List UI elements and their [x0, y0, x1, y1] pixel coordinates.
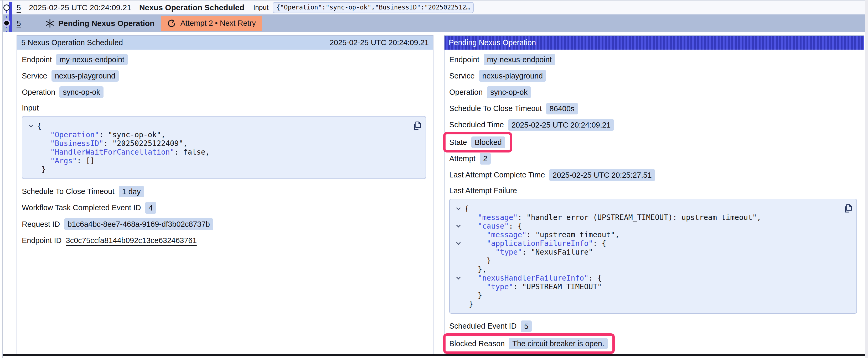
field-last-attempt-complete-time: Last Attempt Complete Time2025-02-25 UTC…: [449, 169, 655, 181]
copy-button[interactable]: [842, 203, 853, 214]
copy-icon: [411, 120, 422, 131]
chevron-down-icon: [456, 275, 461, 280]
pending-id-link[interactable]: 5: [17, 19, 21, 28]
code-text: {: [37, 122, 41, 130]
code-text: }: [464, 300, 473, 308]
code-text: "applicationFailureInfo": {: [464, 239, 606, 248]
pending-asterisk-icon: [45, 19, 55, 28]
field-attempt: Attempt2: [449, 153, 491, 164]
chevron-down-icon: [29, 123, 33, 128]
field-label: Operation: [449, 88, 483, 97]
code-gutter: [453, 248, 464, 256]
field-label: Request ID: [22, 220, 60, 229]
field-value-chip: 86400s: [546, 103, 578, 115]
code-text: "cause": {: [464, 222, 522, 230]
event-input-preview-chip: {"Operation":"sync-op-ok","BusinessID":"…: [273, 2, 474, 13]
field-request-id: Request IDb1c6a4bc-8ee7-468a-9169-df3b02…: [22, 218, 213, 230]
endpoint-id-link[interactable]: 3c0c75ccfa8144b092c13ce632463761: [66, 236, 197, 245]
chevron-down-icon: [456, 240, 461, 245]
code-text: "type": "UPSTREAM_TIMEOUT": [464, 283, 602, 291]
field-endpoint: Endpointmy-nexus-endpoint: [22, 54, 128, 65]
field-input: Input: [22, 103, 39, 113]
code-line: }: [25, 165, 420, 174]
last-attempt-failure-code-block: { "message": "handler error (UPSTREAM_TI…: [449, 199, 857, 314]
event-row-nexus-operation-scheduled[interactable]: 5 2025-02-25 UTC 20:24:09.21 Nexus Opera…: [3, 1, 865, 14]
field-value-chip: my-nexus-endpoint: [56, 54, 128, 65]
event-id-link[interactable]: 5: [17, 3, 21, 12]
code-gutter: [25, 156, 37, 165]
code-text: "nexusHandlerFailureInfo": {: [464, 274, 602, 283]
event-detail-title: 5 Nexus Operation Scheduled: [21, 38, 123, 47]
code-text: },: [464, 265, 487, 274]
field-operation: Operationsync-op-ok: [22, 86, 103, 98]
timeline-current-marker-icon: [3, 20, 10, 27]
field-label: Scheduled Time: [449, 121, 504, 129]
field-value-chip: 4: [145, 202, 156, 214]
scrollbar-track[interactable]: [865, 0, 868, 358]
collapse-toggle[interactable]: [453, 204, 464, 213]
expanded-section-bottom-border: [3, 354, 865, 356]
collapse-toggle[interactable]: [25, 122, 37, 130]
chevron-down-icon: [456, 206, 461, 210]
field-label: Endpoint ID: [22, 236, 62, 245]
code-gutter: [25, 148, 37, 156]
timeline-event-marker-icon: [3, 4, 10, 11]
retry-badge: Attempt 2 • Next Retry: [161, 16, 261, 31]
code-gutter: [25, 130, 37, 139]
code-text: "Args": []: [37, 156, 95, 165]
event-timestamp: 2025-02-25 UTC 20:24:09.21: [29, 3, 131, 12]
pending-operation-title: Pending Nexus Operation: [449, 38, 536, 47]
field-value-chip: 2025-02-25 UTC 20:25:27.51: [549, 169, 655, 181]
event-detail-card: 5 Nexus Operation Scheduled 2025-02-25 U…: [17, 35, 433, 354]
code-text: "Operation": "sync-op-ok",: [37, 130, 165, 139]
pending-operation-header: Pending Nexus Operation: [444, 36, 864, 50]
field-endpoint-id: Endpoint ID3c0c75ccfa8144b092c13ce632463…: [22, 235, 197, 246]
code-text: "HandlerWaitForCancellation": false,: [37, 148, 210, 156]
collapse-toggle[interactable]: [453, 222, 464, 230]
field-value-chip: sync-op-ok: [487, 86, 531, 98]
field-schedule-to-close-timeout: Schedule To Close Timeout86400s: [449, 103, 578, 115]
code-line: "type": "NexusFailure": [453, 248, 851, 256]
retry-badge-label: Attempt 2 • Next Retry: [180, 19, 256, 28]
field-scheduled-event-id: Scheduled Event ID5: [449, 321, 532, 332]
code-line: "message": "handler error (UPSTREAM_TIME…: [453, 213, 851, 222]
event-name: Nexus Operation Scheduled: [139, 3, 244, 12]
field-blocked-reason-highlighted: Blocked ReasonThe circuit breaker is ope…: [443, 333, 615, 354]
code-line: "applicationFailureInfo": {: [453, 239, 851, 248]
code-line: }: [453, 256, 851, 265]
code-line: "BusinessID": "20250225122409",: [25, 139, 420, 148]
code-line: },: [453, 265, 851, 274]
field-value-chip: 5: [521, 321, 532, 332]
field-label: Input: [22, 104, 39, 112]
copy-button[interactable]: [411, 120, 422, 131]
field-label: Schedule To Close Timeout: [22, 187, 115, 196]
event-detail-header: 5 Nexus Operation Scheduled 2025-02-25 U…: [17, 36, 433, 50]
field-label: Last Attempt Failure: [449, 186, 517, 195]
code-line: }: [453, 300, 851, 308]
pending-nexus-operation-row[interactable]: 5 Pending Nexus Operation Attempt 2 • Ne…: [3, 14, 865, 32]
collapse-toggle[interactable]: [453, 274, 464, 283]
field-label: Workflow Task Completed Event ID: [22, 203, 141, 212]
code-line: "Operation": "sync-op-ok",: [25, 130, 420, 139]
field-value-chip: Blocked: [471, 136, 505, 148]
field-schedule-to-close-timeout: Schedule To Close Timeout1 day: [22, 186, 144, 197]
field-label: Service: [449, 72, 475, 80]
pending-operation-card: Pending Nexus Operation Endpointmy-nexus…: [444, 35, 864, 354]
code-line: "HandlerWaitForCancellation": false,: [25, 148, 420, 156]
code-line: }: [453, 291, 851, 300]
field-label: Blocked Reason: [449, 339, 505, 348]
collapse-toggle[interactable]: [453, 239, 464, 248]
code-text: "BusinessID": "20250225122409",: [37, 139, 188, 148]
field-endpoint: Endpointmy-nexus-endpoint: [449, 54, 555, 65]
chevron-down-icon: [456, 223, 461, 228]
code-text: }: [464, 291, 482, 300]
code-line: "Args": []: [25, 156, 420, 165]
field-service: Servicenexus-playground: [22, 70, 119, 82]
field-service: Servicenexus-playground: [449, 70, 546, 82]
field-value-chip: 1 day: [119, 186, 144, 197]
field-value-chip: The circuit breaker is open.: [509, 338, 608, 349]
field-value-chip: b1c6a4bc-8ee7-468a-9169-df3b02c8737b: [64, 218, 213, 230]
field-label: Last Attempt Complete Time: [449, 171, 545, 179]
field-label: Scheduled Event ID: [449, 322, 517, 330]
field-label: Operation: [22, 88, 55, 97]
